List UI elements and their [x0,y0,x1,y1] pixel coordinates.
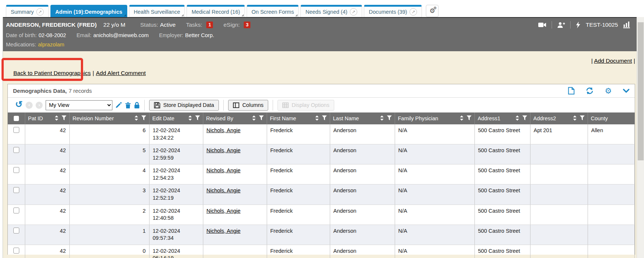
sort-icon[interactable] [252,115,256,122]
scrollbar-thumb[interactable] [638,22,644,160]
store-displayed-data-button[interactable]: Store Displayed Data [149,100,219,111]
column-header-county[interactable]: County [588,112,635,124]
tab-admin-19-demographics[interactable]: Admin (19):Demographics [50,5,127,17]
row-checkbox[interactable] [13,248,19,254]
tab-health-surveillance[interactable]: Health Surveillance [129,5,185,17]
tab-dropdown-corner-icon [124,14,126,16]
next-view-icon[interactable]: › [36,102,43,109]
add-document-link[interactable]: Add Document [594,58,632,64]
open-in-new-icon[interactable]: ↗ [36,8,44,16]
sort-icon[interactable] [573,115,576,122]
quick-action-button[interactable] [576,22,581,28]
column-header-last-name[interactable]: Last Name [330,112,395,124]
table-toolbar: ↺ ‹ › My View Store Displ [8,98,635,112]
filter-icon[interactable] [195,115,200,121]
sort-icon[interactable] [516,115,519,122]
tab-on-screen-forms[interactable]: On Screen Forms [247,5,299,17]
filter-icon[interactable] [467,115,472,121]
row-checkbox[interactable] [13,187,19,193]
row-checkbox[interactable] [13,208,19,213]
select-all-header[interactable] [8,112,25,124]
left-gutter [0,17,3,258]
filter-icon[interactable] [62,115,66,121]
filter-icon[interactable] [580,115,585,121]
medications-value[interactable]: alprazolam [38,42,64,48]
chart-id: TEST-10025 [586,22,618,28]
sort-icon[interactable] [135,115,138,122]
filter-icon[interactable] [387,115,392,121]
refresh-button[interactable] [586,87,594,94]
revised-by-link[interactable]: Nichols, Angie [207,147,241,153]
lock-icon [134,102,140,109]
revised-by-link[interactable]: Nichols, Angie [207,228,241,234]
tasks-badge[interactable]: 1 [206,22,213,28]
revised-by-link[interactable]: Nichols, Angie [207,127,241,133]
tab-needs-signed-4[interactable]: Needs Signed (4)↗ [300,5,362,17]
column-header-edit-date[interactable]: Edit Date [149,112,203,124]
view-select[interactable]: My View [46,100,112,110]
row-checkbox[interactable] [13,228,19,233]
back-to-demographics-link[interactable]: Back to Patient Demographics [13,70,91,76]
lock-view-button[interactable] [134,102,140,109]
open-in-new-icon[interactable]: ↗ [350,8,357,16]
panel-title-text: Demographics Data, [13,88,67,94]
cell-revised-by: Nichols, Angie [203,225,267,245]
tab-label: Health Surveillance [134,9,180,15]
cell-address1: 500 Castro Street [474,184,530,205]
sort-icon[interactable] [380,115,384,122]
cell-edit-date: 12-02-2024 06:14:19 [149,245,203,258]
revised-by-link[interactable]: Nichols, Angie [207,208,241,214]
row-select-cell [8,225,25,245]
column-header-first-name[interactable]: First Name [267,112,330,124]
cell-pat-id: 42 [25,245,69,258]
chart-settings-button[interactable]: ⚙⚙ [426,5,438,17]
filter-icon[interactable] [522,115,527,121]
column-header-pat-id[interactable]: Pat ID [25,112,69,124]
row-checkbox[interactable] [13,127,19,133]
filter-icon[interactable] [322,115,327,121]
column-header-revised-by[interactable]: Revised By [203,112,267,124]
add-alert-comment-link[interactable]: Add Alert Comment [96,70,146,76]
tab-summary[interactable]: Summary↗ [6,5,49,17]
row-checkbox[interactable] [13,167,19,173]
tab-documents-39[interactable]: Documents (39)↗ [364,5,422,17]
cell-county: Allen [588,124,635,144]
column-label: Edit Date [152,115,187,121]
sort-icon[interactable] [55,115,58,122]
collapse-panel-button[interactable] [623,89,630,93]
cell-address1: 500 Castro Street [474,245,530,258]
select-all-checkbox[interactable] [14,116,19,121]
sort-icon[interactable] [315,115,319,122]
sort-icon[interactable] [188,115,192,122]
add-person-button[interactable] [557,22,565,28]
row-checkbox[interactable] [13,147,19,153]
delete-view-button[interactable] [125,102,131,109]
prev-view-icon[interactable]: ‹ [26,102,33,109]
esign-badge[interactable]: 3 [244,22,250,28]
column-header-family-physician[interactable]: Family Physician [395,112,474,124]
column-label: Address1 [478,115,514,121]
cell-family-physician: N/A [395,124,474,144]
tab-label: Summary [11,9,34,15]
tab-bar: Summary↗Admin (19):DemographicsHealth Su… [0,0,644,17]
reset-view-icon[interactable]: ↺ [15,100,23,108]
video-call-button[interactable] [538,22,546,28]
column-header-revision-number[interactable]: Revision Number [69,112,149,124]
column-header-address2[interactable]: Address2 [530,112,588,124]
cell-edit-date: 12-02-2024 12:52:19 [149,184,203,205]
filter-icon[interactable] [259,115,264,121]
tab-medical-record-16[interactable]: Medical Record (16) [187,5,245,17]
flowsheet-button[interactable] [623,22,630,28]
revised-by-link[interactable]: Nichols, Angie [207,187,241,193]
filter-icon[interactable] [141,115,146,121]
sort-icon[interactable] [460,115,463,122]
revised-by-link[interactable]: Nichols, Angie [207,167,241,173]
open-in-new-icon[interactable]: ↗ [410,8,417,16]
edit-view-button[interactable] [115,102,122,108]
cell-address2: Apt 201 [530,124,588,144]
columns-button[interactable]: Columns [228,100,268,111]
cell-pat-id: 42 [25,225,69,245]
column-header-address1[interactable]: Address1 [474,112,530,124]
new-document-button[interactable] [568,87,575,95]
panel-settings-button[interactable]: ⚙ [605,87,612,95]
